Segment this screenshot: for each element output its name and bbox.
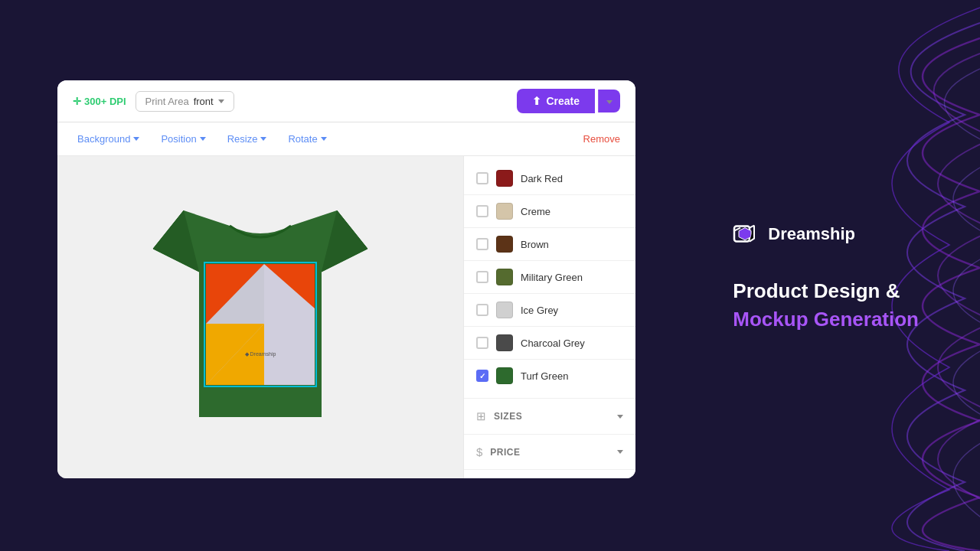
print-area-button[interactable]: Print Area front — [136, 91, 234, 112]
tagline-sub: Mockup Generation — [733, 307, 919, 331]
price-icon: $ — [476, 445, 482, 458]
print-area-chevron — [218, 99, 224, 103]
color-name-6: Charcoal Grey — [521, 337, 585, 349]
rotate-label: Rotate — [288, 133, 317, 145]
sizes-label: SIZES — [494, 411, 522, 422]
color-name-7: Turf Green — [521, 370, 568, 382]
position-label: Position — [161, 133, 196, 145]
toolbar-right: ⬆ Create — [517, 89, 620, 113]
color-swatch-3 — [496, 236, 513, 253]
resize-label: Resize — [227, 133, 258, 145]
background-label: Background — [77, 133, 130, 145]
color-item-6[interactable]: Charcoal Grey — [464, 327, 635, 359]
color-item-5[interactable]: Ice Grey — [464, 294, 635, 326]
color-item-4[interactable]: Military Green — [464, 261, 635, 293]
color-name-3: Brown — [521, 239, 549, 250]
rotate-action[interactable]: Rotate — [283, 130, 331, 148]
color-item-7[interactable]: Turf Green — [464, 360, 635, 392]
color-checkbox-4[interactable] — [476, 271, 488, 283]
color-swatch-1 — [496, 170, 513, 187]
position-chevron-icon — [200, 137, 206, 141]
color-name-1: Dark Red — [521, 173, 563, 184]
color-list: Dark RedCremeBrownMilitary GreenIce Grey… — [464, 156, 635, 398]
position-action[interactable]: Position — [156, 130, 210, 148]
price-chevron-icon — [617, 450, 623, 454]
branding-panel: Dreamship Product Design & Mockup Genera… — [733, 220, 919, 331]
content-area: ◆ Dreamship Dark RedCremeBrownMilitary G… — [57, 156, 635, 478]
price-section[interactable]: $ PRICE — [464, 434, 635, 469]
dpi-badge: ✛ 300+ DPI — [73, 96, 126, 107]
create-dropdown-button[interactable] — [598, 90, 620, 112]
background-action[interactable]: Background — [73, 130, 144, 148]
sizes-left: ⊞ SIZES — [476, 409, 522, 423]
price-left: $ PRICE — [476, 445, 521, 458]
color-checkbox-7[interactable] — [476, 370, 488, 382]
options-panel: Dark RedCremeBrownMilitary GreenIce Grey… — [463, 156, 635, 478]
color-checkbox-5[interactable] — [476, 304, 488, 316]
color-swatch-2 — [496, 203, 513, 220]
create-chevron-icon — [606, 100, 612, 104]
print-area-value: front — [194, 96, 214, 107]
print-area-label: Print Area — [145, 96, 189, 107]
sizes-section[interactable]: ⊞ SIZES — [464, 398, 635, 434]
color-item-1[interactable]: Dark Red — [464, 162, 635, 194]
color-swatch-5 — [496, 302, 513, 318]
tshirt-container: ◆ Dreamship — [138, 187, 383, 448]
second-toolbar: Background Position Resize Rotate Remove — [57, 122, 635, 156]
color-item-3[interactable]: Brown — [464, 228, 635, 260]
color-swatch-7 — [496, 367, 513, 384]
color-swatch-6 — [496, 334, 513, 351]
svg-text:◆ Dreamship: ◆ Dreamship — [245, 351, 276, 357]
resize-chevron-icon — [260, 137, 266, 141]
sizes-chevron-icon — [617, 415, 623, 419]
color-name-5: Ice Grey — [521, 305, 558, 316]
color-name-4: Military Green — [521, 272, 583, 283]
dreamship-logo: Dreamship — [733, 220, 919, 248]
color-checkbox-6[interactable] — [476, 337, 488, 349]
top-toolbar: ✛ 300+ DPI Print Area front ⬆ Create — [57, 80, 635, 122]
personalization-section[interactable]: 👤 PERSONALIZATION — [464, 469, 635, 478]
tshirt-svg: ◆ Dreamship — [138, 187, 383, 448]
logo-text: Dreamship — [768, 224, 855, 244]
remove-button[interactable]: Remove — [583, 133, 620, 145]
dpi-label: 300+ DPI — [84, 96, 126, 107]
remove-label: Remove — [583, 133, 620, 145]
resize-action[interactable]: Resize — [223, 130, 272, 148]
price-label: PRICE — [490, 447, 520, 458]
create-button[interactable]: ⬆ Create — [517, 89, 595, 113]
upload-icon: ⬆ — [532, 95, 541, 107]
sizes-icon: ⊞ — [476, 409, 486, 423]
main-card: ✛ 300+ DPI Print Area front ⬆ Create Bac… — [57, 80, 635, 478]
color-checkbox-2[interactable] — [476, 205, 488, 217]
tagline-main: Product Design & — [733, 279, 919, 305]
color-swatch-4 — [496, 269, 513, 285]
background-chevron-icon — [133, 137, 139, 141]
rotate-chevron-icon — [321, 137, 327, 141]
preview-panel: ◆ Dreamship — [57, 156, 463, 478]
dreamship-logo-icon — [733, 220, 760, 248]
dpi-icon: ✛ — [73, 96, 81, 107]
create-label: Create — [546, 95, 580, 107]
toolbar-left: ✛ 300+ DPI Print Area front — [73, 91, 234, 112]
color-name-2: Creme — [521, 206, 550, 217]
color-checkbox-1[interactable] — [476, 172, 488, 184]
color-item-2[interactable]: Creme — [464, 195, 635, 227]
color-checkbox-3[interactable] — [476, 238, 488, 250]
